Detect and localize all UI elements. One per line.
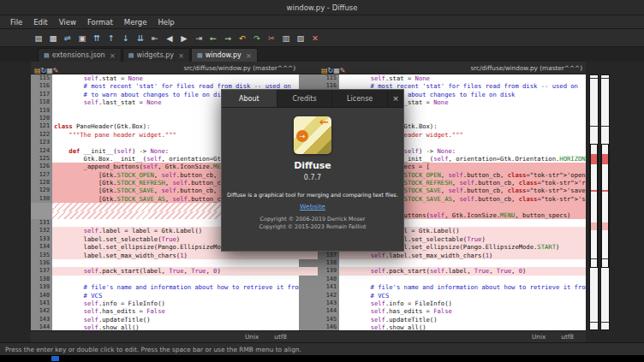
paste-button[interactable]: ▨ — [295, 32, 307, 45]
tab-close-icon[interactable]: × — [178, 51, 184, 60]
new-2way-merge-button[interactable]: ▤ — [33, 32, 45, 45]
code-line[interactable]: 141 self.info = FileInfo() — [31, 300, 299, 307]
code-line[interactable]: 140 # VCS — [31, 292, 299, 300]
merge-map-right-column[interactable] — [600, 74, 610, 330]
next-tab-button[interactable]: ▶ — [178, 32, 190, 45]
previous-difference-button[interactable]: ↑ — [105, 32, 117, 45]
line-text — [52, 276, 299, 283]
first-difference-button[interactable]: ⇈ — [91, 32, 103, 45]
redo-button[interactable]: ↷ — [251, 32, 263, 45]
about-dialog-tabs: AboutCreditsLicense — [222, 90, 388, 107]
diff-gutter-footer — [299, 330, 318, 342]
line-number: 138 — [318, 259, 339, 267]
code-line[interactable]: 142 self.has_edits = False — [31, 307, 299, 315]
last-difference-button[interactable]: ⇊ — [134, 32, 146, 45]
merge-map-left-column[interactable] — [589, 74, 599, 330]
statusbar-hint: Press the enter key or double click to e… — [5, 346, 301, 353]
code-line[interactable]: 136 — [31, 259, 299, 267]
line-number: 144 — [31, 323, 52, 330]
line-number: 141 — [31, 300, 52, 307]
first-tab-button[interactable]: ⇤ — [149, 32, 161, 45]
clear-edits-button[interactable]: ✕ — [309, 32, 321, 45]
tab-close-icon[interactable]: × — [110, 51, 116, 60]
pane-save-button[interactable]: ▦ — [333, 67, 340, 74]
line-text: self.stat = None — [339, 74, 586, 82]
app-version: 0.7.7 — [304, 174, 321, 181]
line-text: self.pack_start(self.label, True, True, … — [339, 267, 586, 275]
dialog-tab-license[interactable]: License — [332, 90, 388, 107]
last-tab-button[interactable]: ⇥ — [193, 32, 205, 45]
menu-view[interactable]: View — [54, 17, 81, 27]
left-eol-indicator: Unix — [245, 333, 259, 341]
line-number: 124 — [31, 147, 52, 155]
right-pane-file-label: src/diffuse/window.py (master^^^) — [348, 64, 582, 72]
line-number: 115 — [31, 74, 52, 82]
copy-selection-left-button[interactable]: ← — [207, 32, 219, 45]
code-line[interactable]: 143 self.updateTitle() — [31, 316, 299, 323]
line-number: 123 — [31, 139, 52, 146]
isolate-button[interactable]: ▣ — [76, 32, 88, 45]
titlebar[interactable]: window.py - Diffuse — [0, 0, 644, 15]
menu-merge[interactable]: Merge — [119, 17, 152, 27]
line-text: self.info = FileInfo() — [339, 300, 586, 307]
code-line[interactable]: 140 — [318, 276, 586, 283]
pane-save-as-button[interactable]: ✎ — [53, 67, 59, 74]
code-line[interactable]: 144 self.show_all() — [31, 323, 299, 330]
code-line[interactable]: 143 self.info = FileInfo() — [318, 300, 586, 307]
code-line[interactable]: 138 — [31, 276, 299, 283]
map-mark — [590, 126, 598, 127]
undo-button[interactable]: ↶ — [236, 32, 248, 45]
code-line[interactable]: 139 # file's name and information about … — [31, 283, 299, 291]
tab-label: extensions.json — [52, 51, 105, 59]
code-line[interactable]: 115 self.stat = None — [318, 74, 586, 82]
code-line[interactable]: 145 self.updateTitle() — [318, 316, 586, 323]
code-line[interactable]: 141 # file's name and information about … — [318, 283, 586, 291]
tab-close-icon[interactable]: × — [246, 51, 252, 60]
code-line[interactable]: 146 self.show_all() — [318, 323, 586, 330]
diff-band — [299, 283, 318, 291]
code-line[interactable]: 138 — [318, 259, 586, 267]
copy-button[interactable]: ▥ — [280, 32, 292, 45]
code-line[interactable]: 144 self.has_edits = False — [318, 307, 586, 315]
map-viewport-indicator — [601, 144, 609, 268]
bottom-artifact — [51, 356, 59, 361]
app-description: Diffuse is a graphical tool for merging … — [227, 192, 398, 198]
toolbar: ▤▦⇌▣⇈↑↓⇊⇤◀▶⇥←→↶↷✂▥▨✕ — [0, 29, 644, 47]
cut-button[interactable]: ✂ — [265, 32, 277, 45]
website-link[interactable]: Website — [300, 203, 325, 211]
menu-file[interactable]: File — [5, 17, 27, 27]
code-line[interactable]: 115 self.stat = None — [31, 74, 299, 82]
code-line[interactable]: 139 self.pack_start(self.label, True, Tr… — [318, 267, 586, 275]
pane-open-button[interactable]: ▤ — [34, 67, 41, 74]
merge-map-footer — [587, 331, 611, 342]
dialog-tab-credits[interactable]: Credits — [277, 90, 333, 107]
next-difference-button[interactable]: ↓ — [120, 32, 132, 45]
line-number: 146 — [318, 323, 339, 330]
menu-edit[interactable]: Edit — [28, 17, 52, 27]
new-3way-merge-button[interactable]: ▦ — [47, 32, 59, 45]
copy-selection-right-button[interactable]: → — [222, 32, 234, 45]
code-line[interactable]: 135 label.set_max_width_chars(1) — [31, 252, 299, 259]
right-pane-status: Unix utf8 — [318, 330, 586, 342]
menu-help[interactable]: Help — [152, 17, 179, 27]
line-number: 139 — [318, 267, 339, 275]
pane-save-button[interactable]: ▦ — [46, 67, 53, 74]
dialog-tab-about[interactable]: About — [222, 90, 277, 107]
diffuse-logo: ← → — [294, 116, 331, 154]
line-number: 139 — [31, 283, 52, 291]
tab-widgets.py[interactable]: ▤widgets.py× — [122, 48, 190, 62]
code-line[interactable]: 142 # VCS — [318, 292, 586, 300]
pane-save-as-button[interactable]: ✎ — [340, 67, 346, 74]
line-number: 129 — [31, 187, 52, 194]
statusbar: Press the enter key or double click to e… — [0, 342, 644, 355]
left-pane-header: ▤↻▦✎ src/diffuse/window.py (master^^^) — [31, 62, 299, 74]
dialog-close-icon[interactable]: × — [388, 90, 403, 107]
menu-format[interactable]: Format — [82, 17, 118, 27]
tab-window.py[interactable]: ▤window.py× — [191, 48, 258, 62]
code-line[interactable]: 137 self.pack_start(label, True, True, 0… — [31, 267, 299, 275]
pane-open-button[interactable]: ▤ — [321, 67, 328, 74]
previous-tab-button[interactable]: ◀ — [164, 32, 176, 45]
code-line[interactable]: 137 self.label.set_max_width_chars(1) — [318, 252, 586, 259]
realign-all-button[interactable]: ⇌ — [62, 32, 74, 45]
file-icon: ▤ — [44, 52, 50, 59]
